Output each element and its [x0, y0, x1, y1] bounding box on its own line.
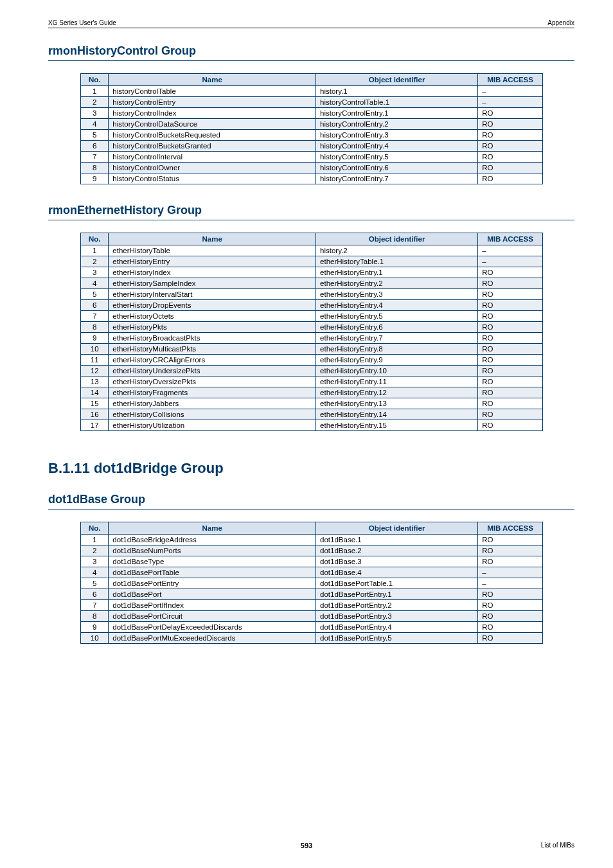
cell-name: historyControlIndex — [109, 108, 316, 119]
cell-object-identifier: dot1dBasePortTable.1 — [316, 578, 478, 589]
cell-name: etherHistoryUndersizePkts — [109, 366, 316, 376]
header-right: Appendix — [547, 19, 574, 26]
cell-mib-access: RO — [478, 398, 543, 409]
cell-no: 4 — [81, 119, 109, 130]
table-row: 1historyControlTablehistory.1– — [81, 86, 543, 97]
cell-object-identifier: dot1dBasePortEntry.4 — [316, 622, 478, 633]
table-row: 2historyControlEntryhistoryControlTable.… — [81, 97, 543, 108]
cell-name: etherHistoryEntry — [109, 256, 316, 267]
table-row: 17etherHistoryUtilizationetherHistoryEnt… — [81, 420, 543, 431]
cell-name: historyControlBucketsRequested — [109, 130, 316, 141]
cell-mib-access: RO — [478, 611, 543, 622]
cell-mib-access: RO — [478, 333, 543, 344]
cell-object-identifier: dot1dBase.1 — [316, 535, 478, 545]
cell-object-identifier: etherHistoryEntry.9 — [316, 355, 478, 366]
cell-no: 5 — [81, 130, 109, 141]
cell-object-identifier: etherHistoryEntry.2 — [316, 278, 478, 289]
table-header-cell: No. — [81, 74, 109, 86]
cell-name: dot1dBasePortCircuit — [109, 611, 316, 622]
cell-no: 9 — [81, 622, 109, 633]
cell-no: 5 — [81, 289, 109, 300]
cell-object-identifier: historyControlEntry.2 — [316, 119, 478, 130]
cell-object-identifier: dot1dBase.2 — [316, 545, 478, 556]
cell-object-identifier: etherHistoryEntry.10 — [316, 366, 478, 376]
table-wrap: No.NameObject identifierMIB ACCESS1histo… — [48, 64, 574, 188]
page-footer: 593 List of MIBs — [39, 842, 574, 849]
cell-name: etherHistoryUtilization — [109, 420, 316, 431]
cell-name: historyControlEntry — [109, 97, 316, 108]
cell-object-identifier: etherHistoryEntry.11 — [316, 376, 478, 387]
cell-no: 12 — [81, 366, 109, 376]
table-row: 9dot1dBasePortDelayExceededDiscardsdot1d… — [81, 622, 543, 633]
cell-mib-access: – — [478, 256, 543, 267]
cell-object-identifier: dot1dBasePortEntry.1 — [316, 589, 478, 600]
table-row: 10etherHistoryMulticastPktsetherHistoryE… — [81, 344, 543, 355]
cell-no: 4 — [81, 278, 109, 289]
cell-no: 7 — [81, 311, 109, 322]
cell-object-identifier: etherHistoryEntry.8 — [316, 344, 478, 355]
cell-object-identifier: etherHistoryEntry.7 — [316, 333, 478, 344]
cell-mib-access: RO — [478, 119, 543, 130]
cell-object-identifier: etherHistoryEntry.15 — [316, 420, 478, 431]
table-header-cell: No. — [81, 522, 109, 535]
cell-name: etherHistoryOversizePkts — [109, 376, 316, 387]
cell-no: 3 — [81, 556, 109, 567]
mib-table: No.NameObject identifierMIB ACCESS1histo… — [80, 73, 543, 184]
cell-no: 3 — [81, 267, 109, 278]
cell-name: etherHistoryDropEvents — [109, 300, 316, 311]
cell-mib-access: – — [478, 86, 543, 97]
cell-no: 2 — [81, 545, 109, 556]
table-row: 9historyControlStatushistoryControlEntry… — [81, 173, 543, 184]
cell-mib-access: RO — [478, 556, 543, 567]
cell-object-identifier: history.2 — [316, 245, 478, 256]
cell-mib-access: – — [478, 578, 543, 589]
table-row: 11etherHistoryCRCAlignErrorsetherHistory… — [81, 355, 543, 366]
cell-name: dot1dBasePortMtuExceededDiscards — [109, 633, 316, 644]
cell-mib-access: RO — [478, 387, 543, 398]
cell-mib-access: RO — [478, 278, 543, 289]
cell-object-identifier: historyControlEntry.6 — [316, 163, 478, 173]
cell-no: 2 — [81, 97, 109, 108]
cell-mib-access: RO — [478, 600, 543, 611]
cell-name: etherHistoryOctets — [109, 311, 316, 322]
cell-no: 1 — [81, 245, 109, 256]
cell-mib-access: RO — [478, 311, 543, 322]
cell-name: dot1dBasePortEntry — [109, 578, 316, 589]
cell-mib-access: – — [478, 245, 543, 256]
cell-name: historyControlTable — [109, 86, 316, 97]
cell-mib-access: RO — [478, 344, 543, 355]
cell-mib-access: RO — [478, 108, 543, 119]
table-row: 6historyControlBucketsGrantedhistoryCont… — [81, 141, 543, 152]
table-row: 7etherHistoryOctetsetherHistoryEntry.5RO — [81, 311, 543, 322]
table-row: 2dot1dBaseNumPortsdot1dBase.2RO — [81, 545, 543, 556]
cell-name: historyControlInterval — [109, 152, 316, 163]
table-header-cell: Name — [109, 522, 316, 535]
cell-name: etherHistoryCRCAlignErrors — [109, 355, 316, 366]
table-row: 16etherHistoryCollisionsetherHistoryEntr… — [81, 409, 543, 420]
cell-object-identifier: dot1dBase.3 — [316, 556, 478, 567]
table-header-cell: MIB ACCESS — [478, 522, 543, 535]
cell-mib-access: RO — [478, 633, 543, 644]
table-row: 4dot1dBasePortTabledot1dBase.4– — [81, 567, 543, 578]
table-row: 4etherHistorySampleIndexetherHistoryEntr… — [81, 278, 543, 289]
cell-name: etherHistorySampleIndex — [109, 278, 316, 289]
table-row: 7dot1dBasePortIfIndexdot1dBasePortEntry.… — [81, 600, 543, 611]
section-heading: B.1.11 dot1dBridge Group — [48, 460, 574, 477]
table-wrap: No.NameObject identifierMIB ACCESS1ether… — [48, 223, 574, 434]
table-header-cell: Object identifier — [316, 74, 478, 86]
cell-mib-access: RO — [478, 420, 543, 431]
cell-mib-access: RO — [478, 376, 543, 387]
cell-no: 10 — [81, 633, 109, 644]
cell-name: historyControlStatus — [109, 173, 316, 184]
section-heading: dot1dBase Group — [48, 493, 574, 509]
cell-object-identifier: etherHistoryEntry.5 — [316, 311, 478, 322]
cell-mib-access: RO — [478, 545, 543, 556]
cell-name: historyControlDataSource — [109, 119, 316, 130]
table-row: 1etherHistoryTablehistory.2– — [81, 245, 543, 256]
cell-name: etherHistoryPkts — [109, 322, 316, 333]
cell-mib-access: RO — [478, 589, 543, 600]
table-row: 14etherHistoryFragmentsetherHistoryEntry… — [81, 387, 543, 398]
cell-name: dot1dBasePortIfIndex — [109, 600, 316, 611]
cell-mib-access: RO — [478, 622, 543, 633]
cell-mib-access: RO — [478, 409, 543, 420]
